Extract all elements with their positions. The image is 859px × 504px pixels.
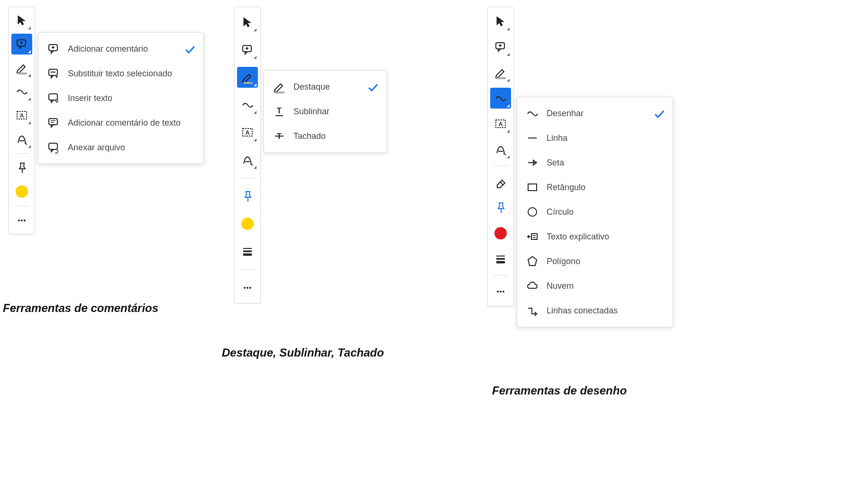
menu-connected-lines[interactable]: Linhas conectadas: [517, 298, 673, 323]
tool-pen[interactable]: [11, 128, 32, 149]
tool-add-comment[interactable]: [11, 34, 32, 55]
check-icon: [653, 108, 664, 119]
menu-strikethrough[interactable]: Tachado: [264, 124, 386, 148]
tool-thickness[interactable]: [237, 241, 258, 262]
menu-label: Texto explicativo: [547, 232, 664, 242]
add-comment-icon: [47, 42, 60, 55]
divider: [493, 275, 508, 275]
arrow-icon: [526, 156, 539, 169]
menu-highlight[interactable]: Destaque: [264, 74, 386, 99]
highlight-dropdown: Destaque Sublinhar Tachado: [264, 70, 387, 153]
drawing-caption: Ferramentas de desenho: [492, 384, 627, 397]
menu-label: Retângulo: [547, 183, 664, 192]
menu-underline[interactable]: Sublinhar: [264, 99, 386, 124]
divider: [240, 178, 255, 178]
tool-textbox[interactable]: [237, 122, 258, 143]
color-swatch: [241, 218, 254, 230]
tool-cursor[interactable]: [490, 11, 511, 32]
menu-draw[interactable]: Desenhar: [517, 101, 673, 126]
menu-label: Seta: [547, 158, 664, 168]
highlight-icon: [273, 80, 286, 93]
menu-replace-text[interactable]: Substituir texto selecionado: [38, 61, 203, 86]
tool-highlight[interactable]: [11, 57, 32, 78]
menu-label: Linhas conectadas: [547, 306, 664, 316]
tool-highlight[interactable]: [490, 62, 511, 83]
menu-label: Círculo: [547, 207, 664, 217]
comments-panel: Adicionar comentário Substituir texto se…: [9, 7, 204, 234]
tool-thickness[interactable]: [490, 248, 511, 269]
comments-toolbar: [9, 7, 35, 234]
menu-label: Nuvem: [547, 281, 664, 291]
tool-pin[interactable]: [490, 197, 511, 218]
tool-pen[interactable]: [237, 149, 258, 170]
menu-insert-text[interactable]: Inserir texto: [38, 86, 203, 110]
strikethrough-icon: [273, 129, 286, 143]
menu-label: Linha: [547, 133, 664, 143]
comments-caption: Ferramentas de comentários: [3, 302, 158, 315]
tool-color[interactable]: [11, 181, 32, 202]
tool-cursor[interactable]: [237, 12, 258, 33]
menu-text-comment[interactable]: Adicionar comentário de texto: [38, 110, 203, 135]
tool-freehand[interactable]: [237, 94, 258, 115]
menu-label: Inserir texto: [68, 93, 195, 103]
menu-attach-file[interactable]: Anexar arquivo: [38, 135, 203, 160]
menu-label: Anexar arquivo: [68, 143, 195, 153]
tool-cursor[interactable]: [11, 10, 32, 31]
menu-rectangle[interactable]: Retângulo: [517, 175, 673, 200]
underline-icon: [273, 105, 286, 118]
highlight-toolbar: [234, 7, 261, 303]
check-icon: [366, 81, 378, 92]
freehand-icon: [526, 107, 539, 120]
tool-color[interactable]: [237, 213, 258, 234]
menu-label: Substituir texto selecionado: [68, 69, 195, 79]
tool-textbox[interactable]: [490, 113, 511, 134]
menu-label: Desenhar: [547, 109, 636, 119]
highlight-panel: Destaque Sublinhar Tachado: [234, 7, 387, 303]
menu-polygon[interactable]: Polígono: [517, 249, 673, 274]
replace-text-icon: [47, 67, 60, 80]
menu-label: Adicionar comentário: [68, 44, 166, 54]
menu-cloud[interactable]: Nuvem: [517, 274, 673, 298]
tool-textbox[interactable]: [11, 105, 32, 126]
menu-label: Adicionar comentário de texto: [68, 118, 195, 128]
tool-more[interactable]: [11, 210, 32, 231]
circle-icon: [526, 205, 539, 219]
divider: [14, 206, 29, 206]
tool-pin[interactable]: [11, 157, 32, 178]
rectangle-icon: [526, 181, 539, 194]
color-swatch: [494, 227, 507, 239]
tool-highlight[interactable]: [237, 67, 258, 88]
menu-circle[interactable]: Círculo: [517, 200, 673, 224]
menu-add-comment[interactable]: Adicionar comentário: [38, 37, 203, 61]
menu-line[interactable]: Linha: [517, 126, 673, 150]
tool-pin[interactable]: [237, 186, 258, 207]
insert-text-icon: [47, 92, 60, 105]
tool-freehand[interactable]: [11, 81, 32, 102]
drawing-panel: Desenhar Linha Seta Retângulo Círculo Te…: [487, 7, 673, 327]
cloud-icon: [526, 279, 539, 293]
tool-more[interactable]: [490, 281, 511, 302]
divider: [240, 269, 255, 270]
tool-add-comment[interactable]: [490, 37, 511, 57]
connected-lines-icon: [526, 304, 539, 317]
tool-more[interactable]: [237, 277, 258, 298]
check-icon: [183, 43, 195, 55]
attach-file-icon: [47, 141, 60, 154]
menu-label: Destaque: [293, 82, 349, 92]
tool-freehand[interactable]: [490, 88, 511, 109]
menu-label: Polígono: [547, 257, 664, 266]
tool-color[interactable]: [490, 223, 511, 244]
tool-add-comment[interactable]: [237, 39, 258, 60]
polygon-icon: [526, 255, 539, 268]
color-swatch: [16, 185, 28, 198]
divider: [14, 153, 29, 154]
menu-label: Sublinhar: [293, 107, 378, 117]
tool-eraser[interactable]: [490, 172, 511, 192]
line-icon: [526, 131, 539, 145]
menu-arrow[interactable]: Seta: [517, 150, 673, 175]
comments-dropdown: Adicionar comentário Substituir texto se…: [38, 32, 204, 164]
callout-icon: [526, 230, 539, 243]
tool-pen[interactable]: [490, 139, 511, 160]
highlight-caption: Destaque, Sublinhar, Tachado: [222, 346, 384, 359]
menu-callout[interactable]: Texto explicativo: [517, 224, 673, 249]
